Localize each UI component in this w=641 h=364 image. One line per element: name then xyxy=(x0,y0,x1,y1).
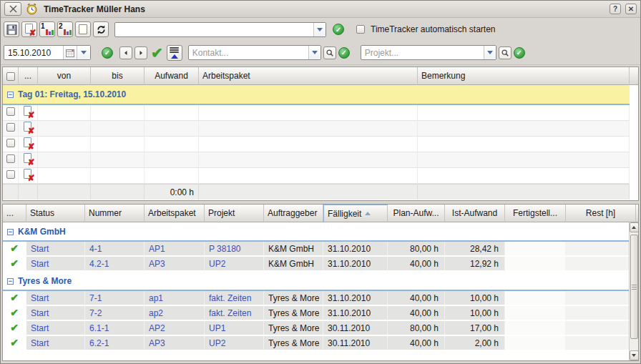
bemerkung-cell[interactable] xyxy=(418,137,630,152)
start-link[interactable]: Start xyxy=(26,321,85,336)
delete-row-icon[interactable]: ✘ xyxy=(23,106,34,117)
kontakt-search-button[interactable] xyxy=(323,46,336,59)
task-group-row[interactable]: −K&M GmbH xyxy=(3,222,638,242)
projekt-cell[interactable]: UP2 xyxy=(205,257,264,272)
delete-row-icon[interactable]: ✘ xyxy=(23,153,34,164)
col-header-auftraggeber[interactable]: Auftraggeber xyxy=(264,205,323,222)
bis-cell[interactable] xyxy=(91,152,145,168)
arbeitspaket-cell[interactable]: AP3 xyxy=(145,257,205,272)
col-header-von[interactable]: von xyxy=(38,67,91,85)
col-header-fertigstellung[interactable]: Fertigstell... xyxy=(505,205,566,222)
col-header-projekt[interactable]: Projekt xyxy=(205,205,264,222)
arbeitspaket-cell[interactable]: ap1 xyxy=(145,291,205,306)
select-all-checkbox[interactable] xyxy=(6,72,15,81)
refresh-button[interactable] xyxy=(93,21,109,37)
start-link[interactable]: Start xyxy=(26,291,85,306)
arbeitspaket-cell[interactable]: ap2 xyxy=(145,306,205,321)
bemerkung-cell[interactable] xyxy=(418,105,630,121)
col-header-actions[interactable]: ... xyxy=(19,67,38,85)
nummer-cell[interactable]: 4-1 xyxy=(85,242,145,257)
kontakt-combobox[interactable]: Kontakt... xyxy=(188,45,321,60)
scrollbar-thumb[interactable] xyxy=(630,235,638,339)
titlebar-close-button[interactable]: ✕ xyxy=(625,4,637,14)
projekt-search-button[interactable] xyxy=(499,46,512,59)
autostart-checkbox[interactable] xyxy=(356,25,365,34)
confirm-task-button[interactable]: ✓ xyxy=(333,24,344,35)
confirm-projekt-button[interactable]: ✓ xyxy=(514,47,525,59)
new-entry-button[interactable] xyxy=(75,21,91,37)
row-checkbox[interactable] xyxy=(6,139,15,147)
time-entry-row[interactable]: ✘ xyxy=(3,152,638,168)
aufwand-cell[interactable] xyxy=(145,121,199,137)
row-checkbox[interactable] xyxy=(6,170,15,179)
row-checkbox[interactable] xyxy=(6,154,15,163)
col-header-bemerkung[interactable]: Bemerkung xyxy=(418,67,630,85)
vertical-scrollbar[interactable] xyxy=(629,222,638,360)
von-cell[interactable] xyxy=(38,105,91,121)
close-window-button[interactable] xyxy=(4,2,21,16)
start-link[interactable]: Start xyxy=(26,242,85,257)
bis-cell[interactable] xyxy=(91,105,145,121)
aufwand-cell[interactable] xyxy=(145,105,199,121)
von-cell[interactable] xyxy=(38,121,91,137)
arbeitspaket-cell[interactable]: AP3 xyxy=(145,336,205,351)
col-header-ist-aufwand[interactable]: Ist-Aufwand xyxy=(445,205,505,222)
delete-row-icon[interactable]: ✘ xyxy=(23,122,34,133)
col-header-rest[interactable]: Rest [h] xyxy=(566,205,636,222)
task-combobox[interactable] xyxy=(114,22,326,37)
projekt-cell[interactable]: UP1 xyxy=(205,321,264,336)
aufwand-cell[interactable] xyxy=(145,137,199,152)
col-header-faelligkeit-sorted[interactable]: Fälligkeit xyxy=(323,205,388,222)
help-button[interactable]: ? xyxy=(610,4,621,14)
aufwand-cell[interactable] xyxy=(145,152,199,168)
time-entry-row[interactable]: ✘ xyxy=(3,137,638,152)
confirm-date-button[interactable]: ✓ xyxy=(102,47,113,59)
col-header-bis[interactable]: bis xyxy=(91,67,145,85)
projekt-combobox[interactable]: Projekt... xyxy=(361,45,496,60)
task-combobox-dropdown-button[interactable] xyxy=(313,23,326,36)
arbeitspaket-cell[interactable] xyxy=(199,152,418,168)
bis-cell[interactable] xyxy=(91,168,145,184)
start-link[interactable]: Start xyxy=(26,257,85,272)
von-cell[interactable] xyxy=(38,168,91,184)
col-header-status[interactable]: Status xyxy=(26,205,85,222)
kontakt-dropdown-button[interactable] xyxy=(308,46,320,59)
arbeitspaket-cell[interactable] xyxy=(199,121,418,137)
select-all-header[interactable] xyxy=(3,67,19,85)
next-day-button[interactable] xyxy=(134,46,147,59)
aufwand-cell[interactable] xyxy=(145,168,199,184)
nummer-cell[interactable]: 7-2 xyxy=(85,306,145,321)
confirm-kontakt-button[interactable]: ✓ xyxy=(338,47,350,59)
scroll-up-button[interactable] xyxy=(630,222,639,232)
row-checkbox[interactable] xyxy=(6,123,15,132)
date-picker[interactable]: 15.10.2010 xyxy=(4,45,91,60)
task-row[interactable]: ✔ Start 7-2 ap2 fakt. Zeiten Tyres & Mor… xyxy=(3,306,638,321)
collapse-icon[interactable]: − xyxy=(7,278,14,285)
arbeitspaket-cell[interactable] xyxy=(199,168,418,184)
projekt-cell[interactable]: P 38180 xyxy=(205,242,264,257)
calendar-button[interactable] xyxy=(63,46,77,59)
start-link[interactable]: Start xyxy=(26,336,85,351)
apply-button[interactable]: ✔ xyxy=(150,46,165,60)
projekt-cell[interactable]: UP2 xyxy=(205,336,264,351)
date-dropdown-button[interactable] xyxy=(77,46,90,59)
scroll-down-button[interactable] xyxy=(630,350,639,360)
task-row[interactable]: ✔ Start 6.2-1 AP3 UP2 Tyres & More 30.11… xyxy=(3,336,638,351)
save-button[interactable] xyxy=(4,21,19,37)
time-entry-row[interactable]: ✘ xyxy=(3,121,638,137)
arbeitspaket-cell[interactable] xyxy=(199,105,418,121)
von-cell[interactable] xyxy=(38,152,91,168)
task-row[interactable]: ✔ Start 6.1-1 AP2 UP1 Tyres & More 30.11… xyxy=(3,321,638,336)
projekt-cell[interactable]: fakt. Zeiten xyxy=(205,291,264,306)
col-header-nummer[interactable]: Nummer xyxy=(85,205,145,222)
row-checkbox[interactable] xyxy=(6,107,15,116)
task-row[interactable]: ✔ Start 7-1 ap1 fakt. Zeiten Tyres & Mor… xyxy=(3,291,638,306)
start-link[interactable]: Start xyxy=(26,306,85,321)
previous-day-button[interactable] xyxy=(119,46,132,59)
von-cell[interactable] xyxy=(38,137,91,152)
report-1-button[interactable]: 1 xyxy=(39,21,55,37)
col-header-arbeitspaket[interactable]: Arbeitspaket xyxy=(199,67,418,85)
projekt-dropdown-button[interactable] xyxy=(484,46,496,59)
bemerkung-cell[interactable] xyxy=(418,121,630,137)
bis-cell[interactable] xyxy=(91,137,145,152)
